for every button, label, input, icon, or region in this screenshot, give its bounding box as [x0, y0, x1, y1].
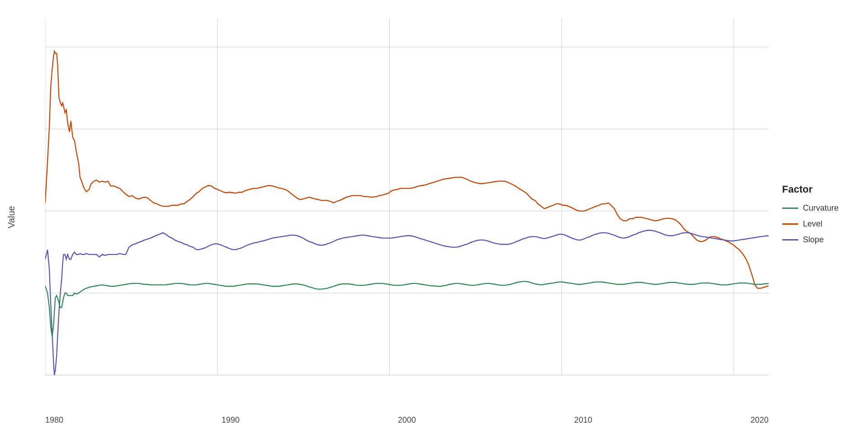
x-label-1980: 1980 — [45, 415, 63, 425]
plot-and-legend: 0.15 0.10 0.05 0.00 -0.05 — [18, 9, 863, 425]
x-label-2010: 2010 — [574, 415, 592, 425]
plot-area-wrapper: 0.15 0.10 0.05 0.00 -0.05 — [18, 9, 773, 425]
y-axis-label: Value — [5, 9, 18, 425]
legend-line-level — [782, 223, 798, 225]
x-axis-labels: 1980 1990 2000 2010 2020 — [45, 415, 769, 425]
plot-area: 0.15 0.10 0.05 0.00 -0.05 — [45, 18, 769, 414]
legend-label-level: Level — [803, 219, 822, 229]
chart-wrapper: Value — [5, 9, 863, 425]
legend-title: Factor — [782, 184, 854, 195]
chart-container: Value — [0, 0, 868, 434]
legend-line-slope — [782, 239, 798, 241]
legend-item-slope: Slope — [782, 235, 854, 245]
legend: Factor Curvature Level Slope — [773, 9, 863, 425]
chart-inner: 0.15 0.10 0.05 0.00 -0.05 — [18, 9, 863, 425]
legend-line-curvature — [782, 208, 798, 209]
legend-label-curvature: Curvature — [803, 203, 839, 213]
legend-label-slope: Slope — [803, 235, 824, 245]
legend-item-level: Level — [782, 219, 854, 229]
legend-item-curvature: Curvature — [782, 203, 854, 213]
chart-svg: 0.15 0.10 0.05 0.00 -0.05 — [45, 18, 769, 414]
svg-rect-0 — [45, 18, 769, 414]
x-label-2000: 2000 — [398, 415, 416, 425]
x-label-1990: 1990 — [222, 415, 240, 425]
x-label-2020: 2020 — [750, 415, 769, 425]
